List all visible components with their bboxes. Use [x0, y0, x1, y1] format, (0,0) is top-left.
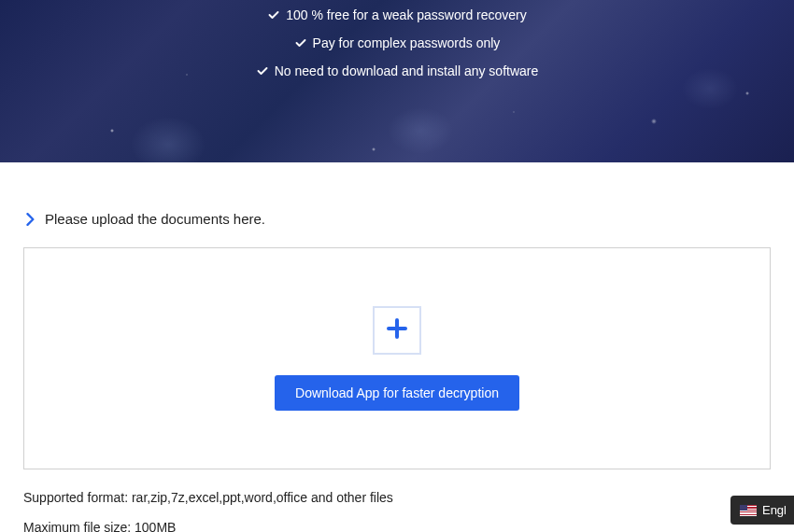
check-icon — [256, 64, 269, 77]
language-selector[interactable]: Engl — [730, 496, 794, 525]
us-flag-icon — [740, 505, 757, 516]
feature-text: No need to download and install any soft… — [275, 63, 539, 78]
upload-header: Please upload the documents here. — [26, 211, 771, 227]
supported-formats-text: Supported format: rar,zip,7z,excel,ppt,w… — [23, 490, 771, 505]
chevron-right-icon — [26, 213, 35, 226]
upload-dropzone[interactable]: Download App for faster decryption — [23, 247, 771, 469]
language-label: Engl — [762, 503, 787, 517]
check-icon — [267, 8, 280, 21]
hero-banner: 100 % free for a weak password recovery … — [0, 0, 794, 162]
plus-icon — [386, 317, 408, 343]
feature-item: Pay for complex passwords only — [294, 35, 501, 50]
check-icon — [294, 36, 307, 49]
main-content: Please upload the documents here. Downlo… — [0, 211, 794, 532]
upload-prompt: Please upload the documents here. — [45, 211, 265, 227]
feature-item: 100 % free for a weak password recovery — [267, 7, 527, 22]
feature-text: Pay for complex passwords only — [313, 35, 501, 50]
add-file-button[interactable] — [373, 306, 421, 355]
download-app-button[interactable]: Download App for faster decryption — [275, 375, 519, 411]
feature-text: 100 % free for a weak password recovery — [286, 7, 527, 22]
feature-item: No need to download and install any soft… — [256, 63, 539, 78]
max-filesize-text: Maximum file size: 100MB — [23, 520, 771, 532]
